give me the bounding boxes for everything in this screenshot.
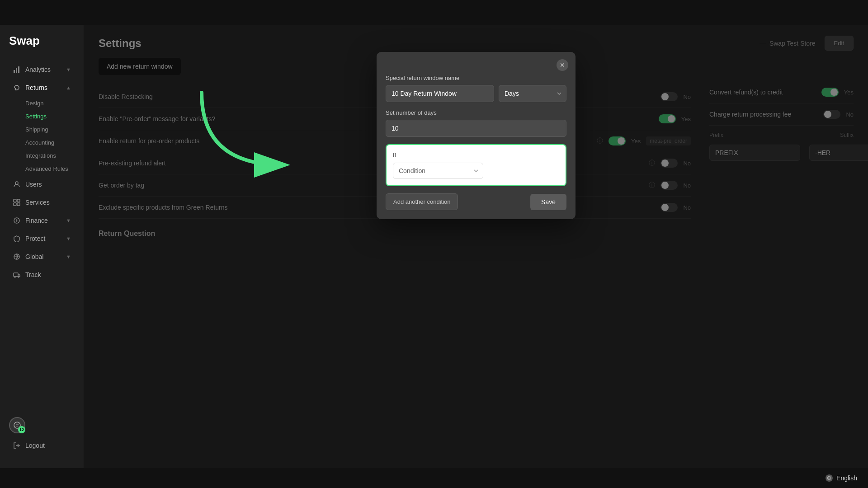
language-label: English bbox=[836, 474, 857, 482]
sidebar-sub-settings[interactable]: Settings bbox=[25, 110, 80, 123]
app-logo: Swap bbox=[0, 34, 84, 61]
protect-icon bbox=[13, 235, 21, 243]
returns-chevron: ▲ bbox=[66, 85, 71, 90]
name-label: Special return window name bbox=[386, 75, 566, 81]
type-select[interactable]: Days Hours bbox=[499, 85, 566, 102]
sidebar-protect-label: Protect bbox=[25, 235, 45, 242]
sidebar-sub-accounting[interactable]: Accounting bbox=[25, 136, 80, 149]
days-label: Set number of days bbox=[386, 109, 566, 116]
window-name-input[interactable] bbox=[386, 85, 494, 102]
svg-point-11 bbox=[14, 277, 16, 278]
svg-rect-4 bbox=[14, 199, 16, 202]
svg-rect-5 bbox=[17, 199, 20, 202]
save-button[interactable]: Save bbox=[530, 194, 566, 210]
track-icon bbox=[13, 271, 21, 279]
modal-overlay: ✕ Special return window name Days Hours … bbox=[84, 25, 868, 468]
svg-rect-7 bbox=[17, 203, 20, 206]
bottom-bar: English bbox=[0, 468, 868, 488]
logout-icon bbox=[13, 441, 21, 450]
top-bar bbox=[0, 0, 868, 25]
add-condition-button[interactable]: Add another condition bbox=[386, 193, 458, 210]
sidebar-sub-design[interactable]: Design bbox=[25, 97, 80, 110]
finance-chevron: ▼ bbox=[66, 218, 71, 223]
sidebar-global-label: Global bbox=[25, 253, 43, 260]
sidebar-sub-advanced-rules[interactable]: Advanced Rules bbox=[25, 162, 80, 175]
sidebar-item-logout[interactable]: Logout bbox=[4, 437, 80, 454]
sidebar: Swap Analytics ▼ Returns ▲ Design Settin… bbox=[0, 25, 84, 468]
global-chevron: ▼ bbox=[66, 254, 71, 259]
finance-icon bbox=[13, 216, 21, 225]
modal-header: ✕ bbox=[377, 52, 576, 75]
if-section: If Condition Tag Product Order Value bbox=[386, 144, 566, 186]
modal-dialog: ✕ Special return window name Days Hours … bbox=[377, 52, 576, 219]
chat-badge: 12 bbox=[18, 426, 25, 433]
analytics-icon bbox=[13, 66, 21, 74]
sidebar-sub-integrations[interactable]: Integrations bbox=[25, 149, 80, 162]
returns-sub-menu: Design Settings Shipping Accounting Inte… bbox=[0, 97, 84, 175]
if-label: If bbox=[393, 151, 559, 158]
sidebar-track-label: Track bbox=[25, 271, 41, 278]
name-row: Days Hours bbox=[386, 85, 566, 102]
sidebar-users-label: Users bbox=[25, 181, 42, 188]
svg-point-12 bbox=[18, 277, 19, 278]
modal-body: Special return window name Days Hours Se… bbox=[377, 75, 576, 219]
protect-chevron: ▼ bbox=[66, 236, 71, 241]
svg-rect-6 bbox=[14, 203, 16, 206]
sidebar-item-users[interactable]: Users bbox=[4, 176, 80, 193]
language-button[interactable]: English bbox=[826, 474, 857, 482]
sidebar-services-label: Services bbox=[25, 199, 50, 206]
sidebar-item-global[interactable]: Global ▼ bbox=[4, 248, 80, 265]
sidebar-analytics-label: Analytics bbox=[25, 66, 51, 73]
sidebar-returns-label: Returns bbox=[25, 84, 47, 91]
returns-icon bbox=[13, 84, 21, 92]
analytics-chevron: ▼ bbox=[66, 67, 71, 72]
svg-rect-1 bbox=[16, 68, 17, 73]
sidebar-item-track[interactable]: Track bbox=[4, 266, 80, 283]
users-icon bbox=[13, 180, 21, 188]
sidebar-bottom: 12 Logout bbox=[0, 409, 84, 459]
sidebar-item-finance[interactable]: Finance ▼ bbox=[4, 212, 80, 229]
sidebar-item-protect[interactable]: Protect ▼ bbox=[4, 230, 80, 247]
days-input[interactable] bbox=[386, 120, 566, 137]
svg-rect-10 bbox=[14, 273, 18, 277]
main-content: Settings Swap Test Store Edit Add new re… bbox=[84, 25, 868, 468]
svg-rect-2 bbox=[18, 66, 19, 73]
services-icon bbox=[13, 198, 21, 206]
sidebar-finance-label: Finance bbox=[25, 217, 48, 224]
condition-select[interactable]: Condition Tag Product Order Value bbox=[393, 163, 483, 179]
language-icon bbox=[826, 474, 833, 482]
sidebar-sub-shipping[interactable]: Shipping bbox=[25, 123, 80, 136]
sidebar-item-returns[interactable]: Returns ▲ bbox=[4, 79, 80, 96]
modal-footer: Add another condition Save bbox=[386, 193, 566, 210]
svg-rect-0 bbox=[14, 70, 15, 73]
modal-close-button[interactable]: ✕ bbox=[557, 59, 568, 71]
svg-point-3 bbox=[15, 182, 18, 184]
global-icon bbox=[13, 253, 21, 261]
chat-support-button[interactable]: 12 bbox=[9, 417, 25, 433]
sidebar-item-analytics[interactable]: Analytics ▼ bbox=[4, 61, 80, 78]
sidebar-item-services[interactable]: Services bbox=[4, 194, 80, 211]
logout-label: Logout bbox=[25, 442, 45, 449]
arrow-annotation bbox=[193, 84, 319, 183]
